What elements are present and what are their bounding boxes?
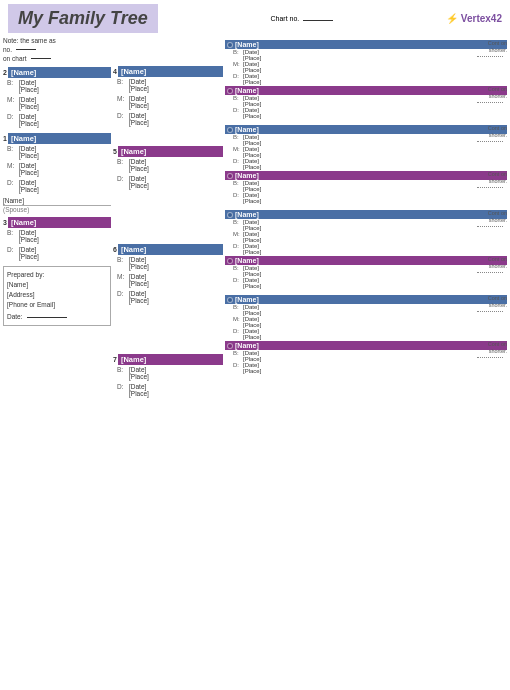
- bullet-icon: [227, 343, 233, 349]
- column3: [Name] B: [Date] [Place] M: [Date] [Plac…: [225, 36, 507, 401]
- cont-area: Cont onshorter.: [477, 256, 507, 273]
- small-person-11: [Name] B: [Date] [Place] D: [Date] [Plac…: [225, 171, 507, 204]
- sp-name-bar: [Name]: [225, 341, 507, 350]
- bullet-icon: [227, 212, 233, 218]
- cont-area: Cont onshorter.: [477, 171, 507, 188]
- cont-area: Cont onshorter.: [477, 40, 507, 57]
- sp-name-bar: [Name]: [225, 40, 507, 49]
- title: My Family Tree: [8, 4, 158, 33]
- person2-name-bar: [Name]: [8, 67, 111, 78]
- bullet-icon: [227, 297, 233, 303]
- person7-name-bar: [Name]: [118, 354, 223, 365]
- person-6: 6 [Name] B:[Date] [Place] M:[Date] [Plac…: [113, 244, 223, 304]
- small-person-8: [Name] B: [Date] [Place] M: [Date] [Plac…: [225, 40, 507, 85]
- cont-area: Cont onshorter.: [477, 210, 507, 227]
- small-person-9: [Name] B: [Date] [Place] D: [Date] [Plac…: [225, 86, 507, 119]
- small-person-14: [Name] B: [Date] [Place] M: [Date] [Plac…: [225, 295, 507, 340]
- person-5: 5 [Name] B:[Date] [Place] D:[Date] [Plac…: [113, 146, 223, 189]
- bullet-icon: [227, 88, 233, 94]
- person1-name-bar: [Name]: [8, 133, 111, 144]
- bullet-icon: [227, 258, 233, 264]
- small-person-12: [Name] B: [Date] [Place] M: [Date] [Plac…: [225, 210, 507, 255]
- person6-name-bar: [Name]: [118, 244, 223, 255]
- person-2: 2 [Name] B:[Date] [Place] M:[Date] [Plac…: [3, 67, 111, 127]
- chart-no: Chart no.: [271, 15, 334, 22]
- sp-name-bar: [Name]: [225, 171, 507, 180]
- person5-name-bar: [Name]: [118, 146, 223, 157]
- sp-name-bar: [Name]: [225, 210, 507, 219]
- spouse-name: [Name]: [3, 197, 111, 206]
- person-7: 7 [Name] B:[Date] [Place] D:[Date] [Plac…: [113, 354, 223, 397]
- person3-name-bar: [Name]: [8, 217, 111, 228]
- cont-area: Cont onshorter.: [477, 125, 507, 142]
- person-3: 3 [Name] B:[Date] [Place] D:[Date] [Plac…: [3, 217, 111, 260]
- sp-name-bar: [Name]: [225, 86, 507, 95]
- bullet-icon: [227, 127, 233, 133]
- person4-name-bar: [Name]: [118, 66, 223, 77]
- prepared-box: Prepared by: [Name] [Address] [Phone or …: [3, 266, 111, 326]
- small-person-13: [Name] B: [Date] [Place] D: [Date] [Plac…: [225, 256, 507, 289]
- cont-area: Cont onshorter.: [477, 295, 507, 312]
- bullet-icon: [227, 42, 233, 48]
- sp-name-bar: [Name]: [225, 256, 507, 265]
- logo: ⚡ Vertex42: [446, 13, 502, 24]
- sp-name-bar: [Name]: [225, 125, 507, 134]
- header: My Family Tree Chart no. ⚡ Vertex42: [0, 0, 510, 36]
- person-1: 1 [Name] B:[Date] [Place] M:[Date] [Plac…: [3, 133, 111, 213]
- small-person-15: [Name] B: [Date] [Place] D: [Date] [Plac…: [225, 341, 507, 374]
- bullet-icon: [227, 173, 233, 179]
- spouse-label: (Spouse): [3, 206, 111, 213]
- column2: 4 [Name] B:[Date] [Place] M:[Date] [Plac…: [113, 36, 223, 401]
- column1: Note: the same as no. on chart 2 [Name] …: [3, 36, 111, 401]
- sp-name-bar: [Name]: [225, 295, 507, 304]
- person-4: 4 [Name] B:[Date] [Place] M:[Date] [Plac…: [113, 66, 223, 126]
- cont-area: Cont onshorter.: [477, 341, 507, 358]
- small-person-10: [Name] B: [Date] [Place] M: [Date] [Plac…: [225, 125, 507, 170]
- note-box: Note: the same as no. on chart: [3, 36, 111, 63]
- cont-area: Cont onshorter.: [477, 86, 507, 103]
